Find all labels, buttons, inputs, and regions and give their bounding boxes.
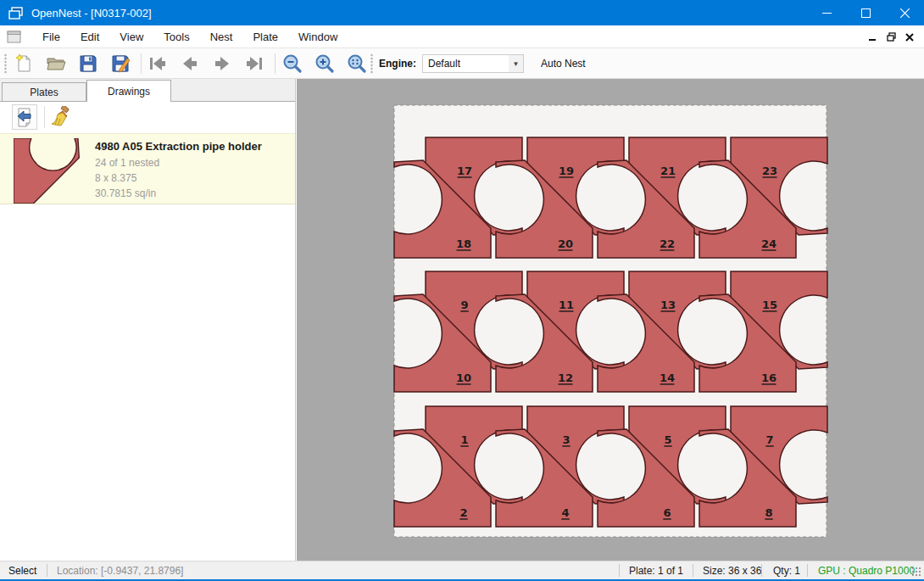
part-number-label: 2: [459, 506, 467, 519]
maximize-button[interactable]: [846, 0, 885, 25]
menu-file[interactable]: File: [32, 25, 70, 48]
part-number-label: 15: [762, 299, 777, 311]
minimize-icon: [822, 8, 832, 18]
zoom-fit-icon: [346, 53, 368, 75]
minimize-button[interactable]: [807, 0, 846, 25]
drawing-list-item[interactable]: 4980 A05 Extraction pipe holder 24 of 1 …: [0, 133, 295, 204]
nest-canvas[interactable]: 171819202122232491011121314151612345678: [297, 79, 924, 561]
save-edit-button[interactable]: [109, 52, 132, 75]
status-gpu: GPU : Quadro P1000: [818, 565, 915, 577]
menu-plate[interactable]: Plate: [242, 25, 288, 48]
go-previous-icon: [179, 53, 201, 75]
drawings-panel-body: 4980 A05 Extraction pipe holder 24 of 1 …: [0, 101, 295, 561]
drawing-thumbnail: [14, 138, 81, 204]
go-last-icon: [243, 53, 265, 75]
status-size: Size: 36 x 36: [703, 565, 761, 577]
part-number-label: 17: [457, 165, 472, 177]
tab-drawings[interactable]: Drawings: [86, 80, 171, 102]
part-number-label: 7: [765, 433, 773, 446]
status-separator: [761, 564, 762, 577]
engine-select[interactable]: Default ▼: [422, 54, 524, 73]
mdi-restore-button[interactable]: [882, 29, 900, 46]
toolbar-separator: [44, 106, 45, 128]
new-icon: [13, 53, 35, 75]
tab-plates[interactable]: Plates: [2, 82, 86, 102]
mdi-close-button[interactable]: [900, 29, 919, 46]
menu-edit[interactable]: Edit: [70, 25, 109, 48]
menu-nest[interactable]: Nest: [200, 25, 243, 48]
part-number-label: 4: [561, 506, 569, 519]
toolbar-separator: [141, 53, 142, 74]
auto-nest-button[interactable]: Auto Nest: [541, 58, 586, 70]
menu-tools[interactable]: Tools: [153, 25, 199, 48]
part-number-label: 20: [558, 237, 573, 250]
zoom-in-icon: [314, 53, 336, 75]
status-separator: [807, 564, 808, 577]
go-next-icon: [211, 53, 233, 75]
go-last-button[interactable]: [242, 52, 266, 75]
drawings-panel: Plates Drawings: [0, 79, 296, 561]
resize-grip[interactable]: [911, 567, 921, 577]
zoom-out-icon: [281, 53, 303, 75]
part-number-label: 5: [664, 433, 671, 446]
app-icon: [8, 7, 23, 20]
status-mode: Select: [8, 565, 36, 577]
menu-view[interactable]: View: [109, 25, 153, 48]
part-number-label: 14: [660, 372, 675, 384]
status-location: Location: [-0.9437, 21.8796]: [57, 565, 183, 577]
mdi-close-icon: [905, 33, 914, 42]
chevron-down-icon[interactable]: ▼: [509, 55, 523, 72]
save-edit-icon: [109, 53, 131, 75]
mdi-document-icon: [7, 31, 22, 43]
import-drawing-icon: [14, 107, 35, 127]
part-number-label: 19: [559, 165, 574, 177]
menu-window[interactable]: Window: [288, 25, 348, 48]
status-bar: Select Location: [-0.9437, 21.8796] Plat…: [0, 561, 924, 579]
go-first-button[interactable]: [146, 52, 170, 75]
close-button[interactable]: [885, 0, 924, 25]
drawing-title: 4980 A05 Extraction pipe holder: [95, 140, 262, 153]
engine-label: Engine:: [379, 58, 416, 70]
close-icon: [900, 8, 910, 18]
go-previous-button[interactable]: [178, 52, 202, 75]
new-button[interactable]: [12, 52, 36, 75]
engine-value: Default: [423, 58, 509, 70]
part-number-label: 23: [762, 165, 777, 177]
save-button[interactable]: [76, 52, 100, 75]
zoom-in-button[interactable]: [313, 52, 337, 75]
part-number-label: 21: [660, 165, 676, 177]
part-number-label: 10: [456, 372, 471, 384]
clear-drawings-button[interactable]: [47, 104, 73, 130]
nest-view[interactable]: 171819202122232491011121314151612345678: [297, 79, 924, 561]
save-icon: [77, 53, 99, 75]
part-number-label: 9: [460, 299, 468, 311]
drawing-nested-count: 24 of 1 nested: [95, 157, 159, 169]
go-first-icon: [147, 53, 169, 75]
open-button[interactable]: [44, 52, 68, 75]
status-separator: [619, 564, 620, 577]
zoom-out-button[interactable]: [281, 52, 304, 75]
toolbar-grip[interactable]: [370, 53, 373, 74]
part-number-label: 22: [660, 237, 675, 250]
menu-bar: File Edit View Tools Nest Plate Window: [0, 25, 924, 48]
mdi-minimize-button[interactable]: [863, 29, 882, 46]
zoom-fit-button[interactable]: [345, 52, 369, 75]
drawings-toolbar: [0, 102, 295, 132]
mdi-minimize-icon: [868, 33, 877, 42]
toolbar-grip[interactable]: [4, 53, 7, 74]
part-number-label: 6: [663, 506, 671, 519]
open-icon: [45, 53, 67, 75]
drawing-dimensions: 8 x 8.375: [95, 172, 136, 184]
status-plate: Plate: 1 of 1: [629, 565, 683, 577]
part-number-label: 1: [460, 433, 468, 446]
drawing-area: 30.7815 sq/in: [95, 187, 156, 199]
part-number-label: 8: [765, 506, 772, 519]
clear-icon: [49, 106, 71, 128]
part-number-label: 18: [456, 237, 471, 250]
status-separator: [693, 564, 693, 577]
part-number-label: 16: [761, 372, 776, 384]
window-title: OpenNest - [N0317-002]: [31, 7, 152, 20]
import-drawing-button[interactable]: [12, 104, 37, 130]
go-next-button[interactable]: [210, 52, 234, 75]
part-number-label: 24: [761, 237, 776, 250]
